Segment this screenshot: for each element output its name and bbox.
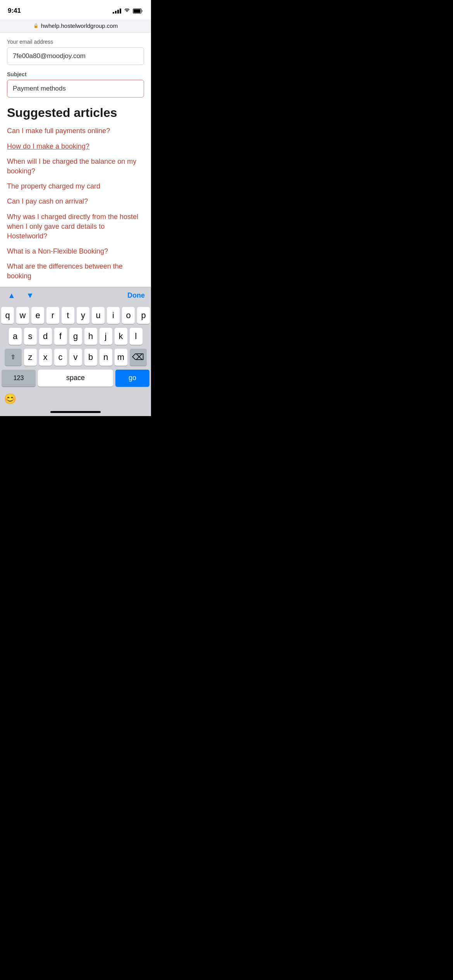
browser-url: hwhelp.hostelworldgroup.com (41, 22, 118, 29)
key-h[interactable]: h (84, 328, 97, 345)
battery-icon (133, 9, 143, 14)
keyboard-nav: ▲ ▼ (6, 290, 36, 301)
svg-rect-2 (142, 10, 143, 12)
key-n[interactable]: n (100, 349, 112, 366)
nav-up-button[interactable]: ▲ (6, 290, 17, 301)
article-link-8[interactable]: What are the differences between the boo… (7, 262, 144, 281)
article-link-6[interactable]: Why was I charged directly from the host… (7, 212, 144, 242)
home-bar (50, 411, 101, 413)
key-d[interactable]: d (39, 328, 52, 345)
key-o[interactable]: o (122, 307, 135, 324)
key-v[interactable]: v (69, 349, 82, 366)
browser-bar[interactable]: 🔒 hwhelp.hostelworldgroup.com (0, 19, 151, 33)
keyboard-toolbar: ▲ ▼ Done (0, 287, 151, 304)
key-e[interactable]: e (31, 307, 44, 324)
article-link-3[interactable]: When will I be charged the balance on my… (7, 157, 144, 176)
key-g[interactable]: g (69, 328, 82, 345)
keyboard-row-1: q w e r t y u i o p (0, 307, 151, 324)
key-a[interactable]: a (9, 328, 22, 345)
lock-icon: 🔒 (33, 23, 39, 28)
key-l[interactable]: l (130, 328, 142, 345)
key-r[interactable]: r (46, 307, 59, 324)
subject-field[interactable]: Payment methods (7, 80, 144, 98)
key-b[interactable]: b (84, 349, 97, 366)
key-i[interactable]: i (107, 307, 120, 324)
key-x[interactable]: x (39, 349, 52, 366)
nav-down-button[interactable]: ▼ (25, 290, 36, 301)
key-w[interactable]: w (16, 307, 29, 324)
article-link-7[interactable]: What is a Non-Flexible Booking? (7, 247, 144, 256)
status-time: 9:41 (8, 7, 21, 15)
shift-key[interactable]: ⇧ (5, 349, 22, 366)
signal-icon (113, 9, 121, 14)
key-y[interactable]: y (77, 307, 89, 324)
go-key[interactable]: go (115, 370, 149, 387)
emoji-row: 😊 (0, 391, 151, 411)
status-bar: 9:41 (0, 0, 151, 19)
space-key[interactable]: space (38, 370, 113, 387)
key-c[interactable]: c (54, 349, 67, 366)
article-link-4[interactable]: The property charged my card (7, 182, 144, 191)
key-f[interactable]: f (54, 328, 67, 345)
article-link-5[interactable]: Can I pay cash on arrival? (7, 197, 144, 206)
emoji-key[interactable]: 😊 (4, 393, 16, 405)
keyboard: q w e r t y u i o p a s d f g h j k l ⇧ … (0, 304, 151, 391)
email-field[interactable]: 7fe00a80@moodjoy.com (7, 47, 144, 65)
key-p[interactable]: p (137, 307, 150, 324)
svg-rect-1 (134, 9, 141, 13)
done-button[interactable]: Done (127, 291, 145, 300)
key-k[interactable]: k (115, 328, 127, 345)
numbers-key[interactable]: 123 (2, 370, 36, 387)
keyboard-row-4: 123 space go (0, 370, 151, 387)
key-u[interactable]: u (92, 307, 105, 324)
email-label: Your email address (7, 39, 144, 45)
keyboard-row-3: ⇧ z x c v b n m ⌫ (0, 349, 151, 366)
article-link-1[interactable]: Can I make full payments online? (7, 126, 144, 136)
subject-label: Subject (7, 71, 144, 77)
wifi-icon (124, 7, 130, 14)
key-s[interactable]: s (24, 328, 37, 345)
key-m[interactable]: m (115, 349, 127, 366)
main-content: Your email address 7fe00a80@moodjoy.com … (0, 33, 151, 287)
keyboard-row-2: a s d f g h j k l (0, 328, 151, 345)
article-link-2[interactable]: How do I make a booking? (7, 142, 144, 151)
suggested-articles-heading: Suggested articles (7, 105, 144, 120)
key-j[interactable]: j (100, 328, 112, 345)
home-indicator (0, 411, 151, 416)
status-icons (113, 7, 143, 14)
key-t[interactable]: t (62, 307, 74, 324)
key-z[interactable]: z (24, 349, 37, 366)
key-q[interactable]: q (1, 307, 14, 324)
backspace-key[interactable]: ⌫ (130, 349, 147, 366)
